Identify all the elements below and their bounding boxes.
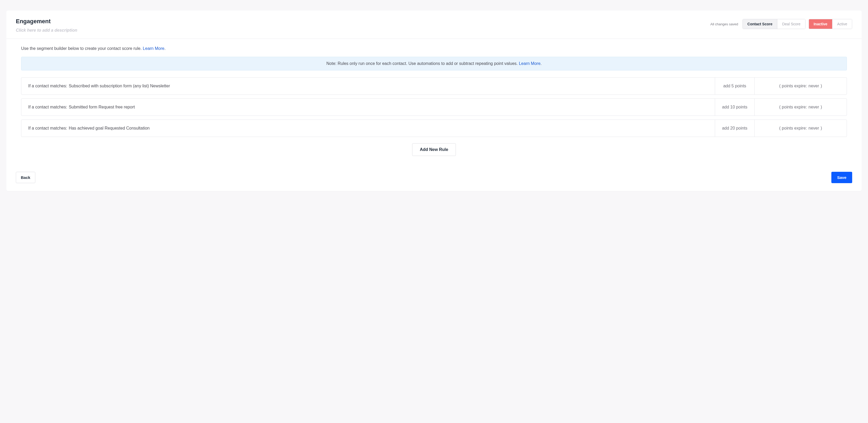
intro-suffix: .	[164, 46, 165, 51]
rule-expire: ( points expire: never )	[754, 99, 847, 116]
page-title: Engagement	[16, 18, 710, 25]
rule-condition: If a contact matches: Subscribed with su…	[21, 78, 715, 94]
header-right: All changes saved Contact Score Deal Sco…	[710, 18, 852, 29]
note-text: Note: Rules only run once for each conta…	[327, 61, 519, 66]
add-rule-wrap: Add New Rule	[21, 143, 847, 156]
card-footer: Back Save	[6, 165, 862, 191]
save-button[interactable]: Save	[831, 172, 852, 183]
rule-expire: ( points expire: never )	[754, 78, 847, 94]
rule-expire-value: never	[808, 84, 819, 88]
score-type-toggle: Contact Score Deal Score	[743, 19, 806, 29]
rule-row[interactable]: If a contact matches: Subscribed with su…	[21, 77, 847, 95]
deal-score-toggle[interactable]: Deal Score	[777, 19, 805, 29]
rule-prefix: If a contact matches:	[28, 126, 67, 131]
contact-score-toggle[interactable]: Contact Score	[743, 19, 777, 29]
saved-status: All changes saved	[710, 22, 738, 26]
rule-points: add 10 points	[715, 99, 754, 116]
rule-condition: If a contact matches: Has achieved goal …	[21, 120, 715, 137]
rule-expire-value: never	[808, 126, 819, 131]
header-left: Engagement Click here to add a descripti…	[16, 18, 710, 38]
add-new-rule-button[interactable]: Add New Rule	[412, 143, 456, 156]
score-editor-card: Engagement Click here to add a descripti…	[6, 10, 862, 191]
rule-expire-suffix: )	[820, 84, 822, 88]
note-learn-more-link[interactable]: Learn More	[519, 61, 540, 66]
rule-points: add 5 points	[715, 78, 754, 94]
card-body: Use the segment builder below to create …	[6, 39, 862, 165]
rule-expire-suffix: )	[820, 126, 822, 131]
rule-row[interactable]: If a contact matches: Has achieved goal …	[21, 119, 847, 137]
rule-condition-value: Subscribed with subscription form (any l…	[69, 84, 170, 88]
rule-condition-value: Submitted form Request free report	[69, 105, 135, 110]
intro-text-label: Use the segment builder below to create …	[21, 46, 143, 51]
rule-prefix: If a contact matches:	[28, 105, 67, 110]
rule-points: add 20 points	[715, 120, 754, 137]
inactive-toggle[interactable]: Inactive	[809, 19, 832, 29]
rule-expire-value: never	[808, 105, 819, 110]
note-suffix: .	[540, 61, 541, 66]
status-toggle: Inactive Active	[809, 19, 852, 29]
rule-prefix: If a contact matches:	[28, 84, 67, 88]
rule-expire-prefix: ( points expire:	[779, 126, 807, 131]
active-toggle[interactable]: Active	[832, 19, 852, 29]
intro-learn-more-link[interactable]: Learn More	[143, 46, 164, 51]
card-header: Engagement Click here to add a descripti…	[6, 10, 862, 38]
rule-expire: ( points expire: never )	[754, 120, 847, 137]
rule-condition-value: Has achieved goal Requested Consultation	[69, 126, 150, 131]
back-button[interactable]: Back	[16, 172, 35, 183]
rule-expire-prefix: ( points expire:	[779, 105, 807, 110]
description-input[interactable]: Click here to add a description	[16, 28, 710, 38]
note-banner: Note: Rules only run once for each conta…	[21, 57, 847, 70]
rule-row[interactable]: If a contact matches: Submitted form Req…	[21, 98, 847, 116]
rule-expire-suffix: )	[820, 105, 822, 110]
rule-condition: If a contact matches: Submitted form Req…	[21, 99, 715, 116]
rule-expire-prefix: ( points expire:	[779, 84, 807, 88]
intro-text: Use the segment builder below to create …	[21, 46, 847, 51]
